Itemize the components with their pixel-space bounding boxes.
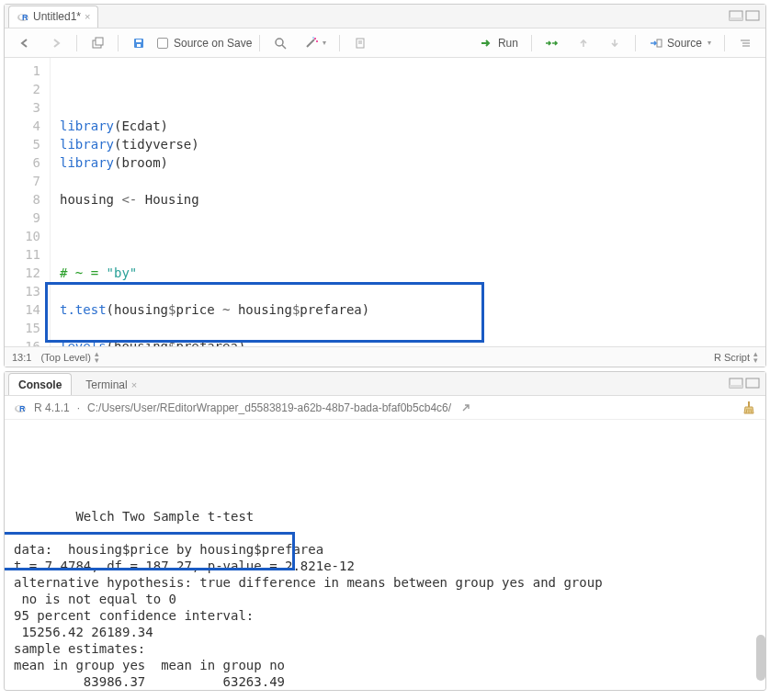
code-line: levels(housing$prefarea) [60,337,408,346]
code-line [60,282,408,300]
code-editor[interactable]: 12345678910111213141516 library(Ecdat)li… [5,58,765,346]
find-button[interactable] [267,34,293,52]
source-button[interactable]: Source ▾ [643,34,717,52]
language-picker[interactable]: R Script ▴▾ [714,351,758,364]
scrollbar[interactable] [756,635,765,681]
svg-rect-20 [657,40,662,47]
code-line: library(broom) [60,153,408,172]
code-line: housing <- Housing [60,190,408,209]
back-button[interactable] [12,34,38,52]
popout-icon[interactable] [459,401,473,415]
svg-text:R: R [19,404,26,413]
outline-icon [738,36,753,51]
code-line [60,319,408,337]
editor-tab[interactable]: R Untitled1* × [8,6,98,28]
compile-report-button[interactable] [347,34,373,52]
svg-rect-25 [730,385,742,388]
code-line: library(Ecdat) [60,117,408,135]
arrow-down-icon [607,36,622,51]
close-icon[interactable]: × [131,379,137,390]
rerun-icon [545,36,560,51]
arrow-up-icon [576,36,591,51]
clear-console-icon[interactable] [742,401,756,415]
svg-point-16 [313,37,315,39]
tab-console-label: Console [18,378,62,391]
arrow-left-icon [17,36,32,51]
console-pane: Console Terminal× R R 4.1.1 · C:/Users/U… [4,371,766,691]
source-on-save-label: Source on Save [174,37,252,50]
svg-line-13 [307,40,314,47]
console-line: 15256.42 26189.34 [14,624,756,640]
outline-button[interactable] [732,34,758,52]
svg-point-11 [276,39,283,46]
console-line: 95 percent confidence interval: [14,607,756,624]
save-icon [131,36,146,51]
console-line: no is not equal to 0 [14,591,756,607]
line-gutter: 12345678910111213141516 [5,58,51,346]
source-on-save-checkbox[interactable] [157,38,168,49]
run-button[interactable]: Run [474,34,524,52]
search-icon [273,36,288,51]
editor-statusbar: 13:1 (Top Level) ▴▾ R Script ▴▾ [5,346,765,367]
scope-picker[interactable]: (Top Level) ▴▾ [40,351,98,364]
minimize-icon[interactable] [729,376,743,390]
svg-line-12 [282,45,286,49]
run-icon [480,36,494,51]
console-line: sample estimates: [14,640,756,657]
svg-rect-10 [137,44,141,47]
tab-terminal[interactable]: Terminal× [75,373,147,395]
notebook-icon [353,36,368,51]
r-file-icon: R [17,10,29,23]
wand-icon [304,36,319,51]
code-line: # ~ = "by" [60,264,408,282]
editor-tab-bar: R Untitled1* × [5,5,765,28]
console-line: data: housing$price by housing$prefarea [14,541,756,558]
svg-rect-26 [746,378,759,388]
maximize-icon[interactable] [745,376,760,390]
sort-icon: ▴▾ [753,351,758,364]
working-dir[interactable]: C:/Users/User/REditorWrapper_d5583819-a6… [87,401,451,414]
console-output[interactable]: Welch Two Sample t-test data: housing$pr… [5,420,765,690]
code-line [60,227,408,245]
source-icon [649,36,663,51]
language-label: R Script [714,352,750,363]
maximize-icon[interactable] [745,8,760,23]
window-controls [729,8,760,23]
console-line: Welch Two Sample t-test [14,508,756,525]
rerun-button[interactable] [539,34,565,52]
console-line: t = 7.4784, df = 187.27, p-value = 2.821… [14,558,756,574]
source-label: Source [667,37,702,50]
console-line: alternative hypothesis: true difference … [14,574,756,591]
arrow-right-icon [49,36,63,51]
svg-rect-5 [746,11,759,20]
run-label: Run [498,37,518,50]
tab-console[interactable]: Console [8,373,72,395]
console-line [14,525,756,541]
code-tools-button[interactable]: ▾ [299,34,332,52]
console-info-bar: R R 4.1.1 · C:/Users/User/REditorWrapper… [5,396,765,420]
r-version: R 4.1.1 [34,401,70,414]
console-line: 83986.37 63263.49 [14,673,756,690]
code-line: t.test(housing$price ~ housing$prefarea) [60,300,408,319]
forward-button[interactable] [43,34,69,52]
save-button[interactable] [126,34,152,52]
code-line [60,245,408,264]
minimize-icon[interactable] [729,8,743,23]
svg-point-14 [314,38,316,40]
show-in-new-window-button[interactable] [85,34,110,52]
editor-tab-title: Untitled1* [33,10,81,23]
svg-rect-7 [96,38,103,45]
scope-label: (Top Level) [40,352,90,363]
go-up-button[interactable] [571,34,596,52]
editor-toolbar: Source on Save ▾ Run Source ▾ [5,28,765,58]
svg-rect-4 [730,17,742,20]
sort-icon: ▴▾ [95,351,99,364]
tab-terminal-label: Terminal [85,378,127,391]
cursor-position: 13:1 [12,352,31,363]
go-down-button[interactable] [602,34,628,52]
svg-point-15 [316,40,318,42]
console-line: mean in group yes mean in group no [14,657,756,673]
editor-pane: R Untitled1* × Source on Save ▾ Run [4,4,766,367]
svg-rect-9 [136,40,142,42]
close-icon[interactable]: × [85,11,90,22]
